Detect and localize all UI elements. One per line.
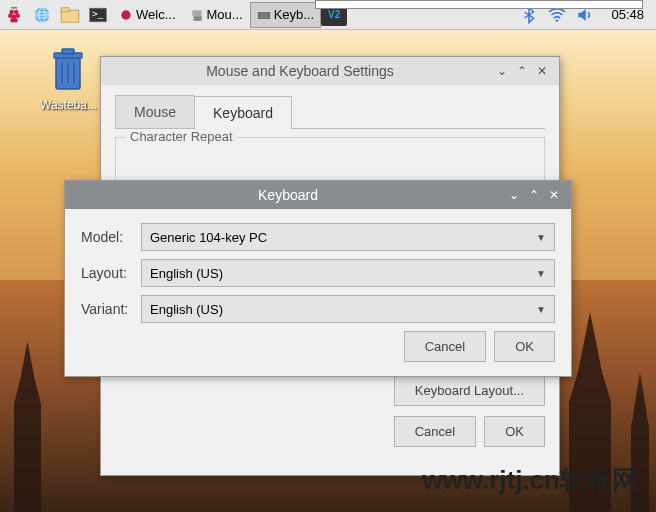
taskbar-item-label: Mou... bbox=[207, 7, 243, 22]
svg-rect-12 bbox=[61, 7, 69, 11]
file-manager-icon[interactable] bbox=[56, 1, 84, 29]
ok-button[interactable]: OK bbox=[494, 331, 555, 362]
svg-rect-22 bbox=[62, 49, 74, 54]
keyboard-layout-button[interactable]: Keyboard Layout... bbox=[394, 375, 545, 406]
window-title: Mouse and Keyboard Settings bbox=[109, 63, 491, 79]
svg-rect-17 bbox=[192, 10, 201, 16]
taskbar-item-welcome[interactable]: Welc... bbox=[112, 2, 183, 28]
fieldset-legend: Character Repeat bbox=[126, 129, 237, 144]
watermark-text: www.rjtj.cn软荐网 bbox=[422, 463, 638, 498]
model-value: Generic 104-key PC bbox=[150, 230, 267, 245]
clock[interactable]: 05:48 bbox=[599, 7, 656, 22]
minimize-icon[interactable]: ⌄ bbox=[505, 186, 523, 204]
taskbar-top-outline bbox=[315, 0, 643, 9]
model-combobox[interactable]: Generic 104-key PC ▼ bbox=[141, 223, 555, 251]
variant-label: Variant: bbox=[81, 301, 141, 317]
svg-text:>_: >_ bbox=[92, 8, 104, 19]
svg-point-6 bbox=[13, 18, 18, 23]
tab-mouse[interactable]: Mouse bbox=[115, 95, 195, 128]
window-title: Keyboard bbox=[73, 187, 503, 203]
wastebasket-label: Wasteba... bbox=[40, 98, 97, 112]
cancel-button[interactable]: Cancel bbox=[394, 416, 476, 447]
close-icon[interactable]: ✕ bbox=[533, 62, 551, 80]
terminal-icon[interactable]: >_ bbox=[84, 1, 112, 29]
taskbar-item-mouse[interactable]: Mou... bbox=[183, 2, 250, 28]
svg-point-4 bbox=[16, 13, 21, 18]
chevron-down-icon: ▼ bbox=[536, 268, 546, 279]
tab-keyboard[interactable]: Keyboard bbox=[194, 96, 292, 129]
ok-button[interactable]: OK bbox=[484, 416, 545, 447]
variant-combobox[interactable]: English (US) ▼ bbox=[141, 295, 555, 323]
taskbar: >_ Welc... Mou... Keyb... V2 05:48 bbox=[0, 0, 656, 30]
svg-point-2 bbox=[8, 13, 13, 18]
close-icon[interactable]: ✕ bbox=[545, 186, 563, 204]
layout-combobox[interactable]: English (US) ▼ bbox=[141, 259, 555, 287]
svg-point-15 bbox=[121, 10, 130, 19]
raspberry-menu-icon[interactable] bbox=[0, 1, 28, 29]
svg-rect-18 bbox=[258, 12, 270, 18]
svg-point-19 bbox=[556, 19, 558, 21]
layout-value: English (US) bbox=[150, 266, 223, 281]
titlebar[interactable]: Mouse and Keyboard Settings ⌄ ⌃ ✕ bbox=[101, 57, 559, 85]
model-label: Model: bbox=[81, 229, 141, 245]
minimize-icon[interactable]: ⌄ bbox=[493, 62, 511, 80]
variant-value: English (US) bbox=[150, 302, 223, 317]
taskbar-item-label: Keyb... bbox=[274, 7, 314, 22]
svg-rect-16 bbox=[193, 16, 201, 21]
layout-label: Layout: bbox=[81, 265, 141, 281]
wastebasket-icon[interactable]: Wasteba... bbox=[40, 45, 97, 112]
titlebar[interactable]: Keyboard ⌄ ⌃ ✕ bbox=[65, 181, 571, 209]
tabs: Mouse Keyboard bbox=[115, 95, 545, 129]
web-browser-icon[interactable] bbox=[28, 1, 56, 29]
cancel-button[interactable]: Cancel bbox=[404, 331, 486, 362]
maximize-icon[interactable]: ⌃ bbox=[513, 62, 531, 80]
keyboard-dialog: Keyboard ⌄ ⌃ ✕ Model: Generic 104-key PC… bbox=[64, 180, 572, 377]
taskbar-item-label: Welc... bbox=[136, 7, 176, 22]
taskbar-item-keyboard[interactable]: Keyb... bbox=[250, 2, 321, 28]
chevron-down-icon: ▼ bbox=[536, 304, 546, 315]
maximize-icon[interactable]: ⌃ bbox=[525, 186, 543, 204]
chevron-down-icon: ▼ bbox=[536, 232, 546, 243]
